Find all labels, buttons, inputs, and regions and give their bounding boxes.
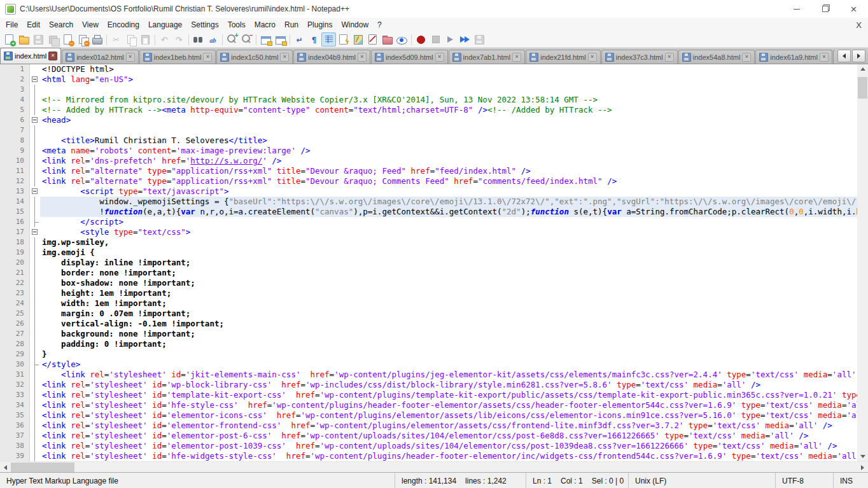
menu-view[interactable]: View	[78, 18, 103, 31]
tab-index54a8.html[interactable]: index54a8.html	[678, 50, 755, 64]
code-text[interactable]: vertical-align: -0.1em !important;	[40, 319, 857, 329]
close-tab-icon[interactable]	[435, 53, 444, 62]
code-text[interactable]: <link rel='stylesheet' id='hfe-widgets-s…	[40, 451, 857, 461]
restore-button[interactable]	[811, 0, 839, 18]
tab-index61a9.html[interactable]: index61a9.html	[755, 50, 832, 64]
code-text[interactable]: <link rel='stylesheet' id='elementor-fro…	[40, 421, 857, 431]
tab-index21fd.html[interactable]: index21fd.html	[526, 50, 601, 64]
macro-record-button[interactable]	[414, 32, 428, 46]
code-text[interactable]: margin: 0 .07em !important;	[40, 309, 857, 319]
tab-index7ab1.html[interactable]: index7ab1.html	[449, 50, 526, 64]
menu-search[interactable]: Search	[45, 18, 78, 31]
macro-playback-button[interactable]	[443, 32, 458, 46]
show-all-characters-button[interactable]	[307, 32, 321, 46]
menu-language[interactable]: Language	[144, 18, 186, 31]
scroll-left-button[interactable]	[1, 462, 10, 473]
code-text[interactable]: </script>	[40, 217, 857, 227]
folder-as-workspace-button[interactable]	[380, 32, 395, 46]
code-text[interactable]: <!-- Added by HTTrack --><meta http-equi…	[40, 105, 857, 115]
code-text[interactable]: }	[40, 349, 857, 359]
code-text[interactable]: <!-- Mirrored from kitpro.site/devour/ b…	[40, 95, 857, 105]
code-area[interactable]: 1<!DOCTYPE html>2<html lang="en-US">34<!…	[0, 64, 857, 461]
fold-toggle-icon[interactable]	[30, 115, 40, 125]
tab-index04b9.html[interactable]: index04b9.html	[293, 50, 370, 64]
horizontal-scrollbar[interactable]	[0, 461, 868, 472]
code-text[interactable]: <link rel='dns-prefetch' href='http://s.…	[40, 156, 857, 166]
function-list-button[interactable]	[336, 32, 351, 46]
sync-vertical-scroll-button[interactable]	[258, 32, 273, 46]
document-map-button[interactable]	[351, 32, 365, 46]
close-tab-icon[interactable]	[742, 53, 751, 62]
code-text[interactable]: <link rel="alternate" type="application/…	[40, 166, 857, 176]
close-file-button[interactable]	[60, 32, 75, 46]
tab-index.html[interactable]: index.html	[0, 48, 61, 64]
code-text[interactable]: window._wpemojiSettings = {"baseUrl":"ht…	[40, 197, 857, 207]
menu-file[interactable]: File	[1, 18, 22, 31]
macro-run-multiple-button[interactable]	[458, 32, 472, 46]
code-text[interactable]: display: inline !important;	[40, 258, 857, 268]
tab-index37c3.html[interactable]: index37c3.html	[601, 50, 678, 64]
code-text[interactable]: <!DOCTYPE html>	[40, 64, 857, 74]
sync-horizontal-scroll-button[interactable]	[273, 32, 288, 46]
tab-index5d09.html[interactable]: index5d09.html	[371, 50, 448, 64]
close-button[interactable]	[839, 0, 868, 18]
code-text[interactable]	[40, 125, 857, 136]
code-text[interactable]: !function(e,a,t){var n,r,o,i=a.createEle…	[40, 207, 857, 217]
vertical-scroll-thumb[interactable]	[858, 77, 867, 99]
code-text[interactable]: <link rel='stylesheet' id='template-kit-…	[40, 390, 857, 400]
close-tab-icon[interactable]	[48, 52, 57, 60]
tab-index01a2.html[interactable]: index01a2.html	[62, 50, 139, 64]
code-text[interactable]: <link rel="alternate" type="application/…	[40, 176, 857, 186]
close-document-button[interactable]: X	[856, 20, 862, 30]
close-tab-icon[interactable]	[665, 53, 674, 62]
code-text[interactable]: <script type="text/javascript">	[40, 186, 857, 197]
menu-window[interactable]: Window	[337, 18, 373, 31]
new-file-button[interactable]	[2, 32, 17, 46]
menu-help[interactable]: ?	[373, 18, 386, 31]
close-tab-icon[interactable]	[203, 53, 212, 62]
code-text[interactable]: <link rel='stylesheet' id='wp-block-libr…	[40, 380, 857, 390]
code-text[interactable]: <title>Rumil Christian T. Seloveres</tit…	[40, 136, 857, 146]
code-text[interactable]: img.emoji {	[40, 247, 857, 258]
menu-run[interactable]: Run	[280, 18, 303, 31]
close-tab-icon[interactable]	[820, 53, 829, 62]
close-tab-icon[interactable]	[126, 53, 135, 62]
code-text[interactable]: height: 1em !important;	[40, 288, 857, 298]
fold-toggle-icon[interactable]	[30, 227, 40, 237]
fold-toggle-icon[interactable]	[30, 186, 40, 197]
code-text[interactable]: <link rel='stylesheet' id='jkit-elements…	[40, 370, 857, 380]
code-text[interactable]: <style type="text/css">	[40, 227, 857, 237]
replace-button[interactable]	[206, 32, 220, 46]
open-file-button[interactable]	[17, 32, 31, 46]
menu-macro[interactable]: Macro	[250, 18, 280, 31]
horizontal-scroll-thumb[interactable]	[11, 463, 74, 472]
fold-toggle-icon[interactable]	[30, 74, 40, 85]
monitoring-button[interactable]	[395, 32, 409, 46]
tab-index1c50.html[interactable]: index1c50.html	[216, 50, 293, 64]
code-text[interactable]: background: none !important;	[40, 329, 857, 339]
menu-tools[interactable]: Tools	[223, 18, 250, 31]
zoom-in-button[interactable]	[225, 32, 239, 46]
close-tab-icon[interactable]	[512, 53, 521, 62]
print-button[interactable]	[90, 32, 104, 46]
tab-index1beb.html[interactable]: index1beb.html	[139, 50, 216, 64]
code-text[interactable]: <meta name='robots' content='max-image-p…	[40, 146, 857, 156]
minimize-button[interactable]	[782, 0, 811, 18]
code-text[interactable]: border: none !important;	[40, 268, 857, 278]
document-list-button[interactable]	[365, 32, 380, 46]
close-tab-icon[interactable]	[588, 53, 597, 62]
code-text[interactable]: padding: 0 !important;	[40, 339, 857, 349]
scroll-down-button[interactable]	[857, 452, 868, 461]
code-text[interactable]: width: 1em !important;	[40, 298, 857, 309]
word-wrap-button[interactable]	[292, 32, 307, 46]
tab-scroll-left-button[interactable]	[837, 50, 851, 62]
menu-plugins[interactable]: Plugins	[303, 18, 337, 31]
show-indent-guide-button[interactable]	[321, 32, 336, 46]
scroll-up-button[interactable]	[857, 64, 868, 74]
close-tab-icon[interactable]	[358, 53, 367, 62]
code-text[interactable]	[40, 85, 857, 95]
code-text[interactable]: <link rel='stylesheet' id='elementor-pos…	[40, 431, 857, 441]
code-text[interactable]: <link rel='stylesheet' id='hfe-style-css…	[40, 400, 857, 410]
vertical-scrollbar[interactable]	[857, 64, 868, 461]
menu-encoding[interactable]: Encoding	[103, 18, 144, 31]
